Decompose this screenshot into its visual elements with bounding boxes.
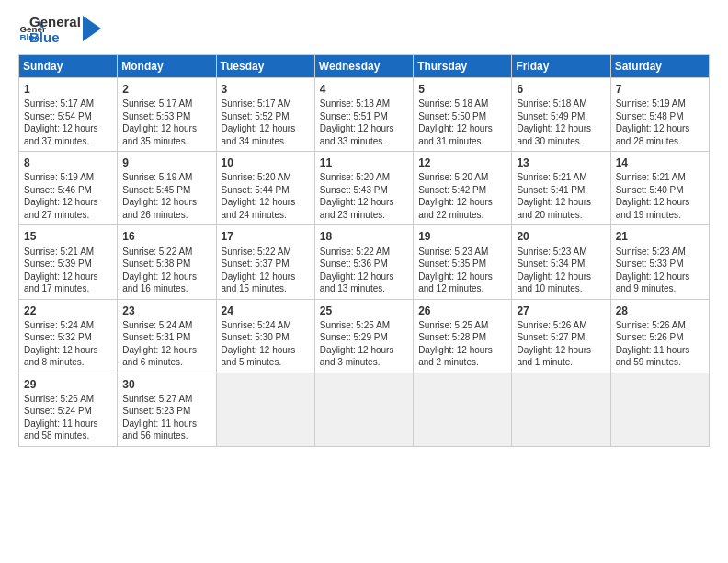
calendar-cell: 13Sunrise: 5:21 AMSunset: 5:41 PMDayligh… [512,152,610,225]
calendar-cell: 1Sunrise: 5:17 AMSunset: 5:54 PMDaylight… [19,78,118,152]
calendar-dow-thursday: Thursday [414,55,512,78]
logo: General Blue General Blue [18,15,101,45]
calendar-cell: 7Sunrise: 5:19 AMSunset: 5:48 PMDaylight… [610,78,709,152]
sunrise-text: Sunrise: 5:22 AM [320,247,390,257]
sunrise-text: Sunrise: 5:18 AM [517,98,586,109]
calendar-cell: 6Sunrise: 5:18 AMSunset: 5:49 PMDaylight… [512,78,610,152]
daylight-text: Daylight: 12 hours and 26 minutes. [122,197,197,220]
day-number: 16 [122,229,211,244]
daylight-text: Daylight: 12 hours and 19 minutes. [616,197,690,220]
calendar-cell: 10Sunrise: 5:20 AMSunset: 5:44 PMDayligh… [216,152,314,225]
calendar-dow-wednesday: Wednesday [314,55,413,78]
daylight-text: Daylight: 12 hours and 35 minutes. [122,123,197,146]
day-number: 15 [24,229,113,244]
sunset-text: Sunset: 5:46 PM [24,185,92,195]
day-number: 19 [418,229,507,244]
sunrise-text: Sunrise: 5:22 AM [222,247,291,257]
calendar-cell: 27Sunrise: 5:26 AMSunset: 5:27 PMDayligh… [512,299,610,373]
daylight-text: Daylight: 12 hours and 5 minutes. [222,345,296,368]
daylight-text: Daylight: 12 hours and 30 minutes. [517,123,591,146]
calendar-cell [414,373,512,446]
daylight-text: Daylight: 12 hours and 3 minutes. [320,345,394,368]
calendar-cell: 24Sunrise: 5:24 AMSunset: 5:30 PMDayligh… [216,299,314,373]
calendar-cell: 30Sunrise: 5:27 AMSunset: 5:23 PMDayligh… [118,373,216,446]
sunset-text: Sunset: 5:31 PM [122,332,190,342]
calendar-cell: 28Sunrise: 5:26 AMSunset: 5:26 PMDayligh… [610,299,709,373]
sunset-text: Sunset: 5:26 PM [616,332,684,342]
calendar-week-5: 29Sunrise: 5:26 AMSunset: 5:24 PMDayligh… [19,373,710,446]
sunset-text: Sunset: 5:23 PM [122,406,190,416]
day-number: 20 [517,229,606,244]
header-row: General Blue General Blue [18,15,710,45]
sunrise-text: Sunrise: 5:17 AM [24,98,94,109]
sunrise-text: Sunrise: 5:21 AM [24,247,94,257]
sunset-text: Sunset: 5:45 PM [122,185,190,195]
daylight-text: Daylight: 12 hours and 10 minutes. [517,271,591,294]
sunrise-text: Sunrise: 5:18 AM [418,98,488,109]
day-number: 21 [616,229,705,244]
calendar-cell: 17Sunrise: 5:22 AMSunset: 5:37 PMDayligh… [216,225,314,299]
daylight-text: Daylight: 12 hours and 8 minutes. [24,345,98,368]
calendar-cell: 23Sunrise: 5:24 AMSunset: 5:31 PMDayligh… [118,299,216,373]
calendar-cell: 3Sunrise: 5:17 AMSunset: 5:52 PMDaylight… [216,78,314,152]
day-number: 4 [320,82,409,97]
page-container: General Blue General Blue SundayMondayTu… [0,0,728,456]
sunrise-text: Sunrise: 5:24 AM [222,320,291,330]
day-number: 30 [122,377,211,392]
calendar-cell: 11Sunrise: 5:20 AMSunset: 5:43 PMDayligh… [314,152,413,225]
sunrise-text: Sunrise: 5:19 AM [616,98,686,109]
calendar-dow-saturday: Saturday [610,55,709,78]
calendar-table: SundayMondayTuesdayWednesdayThursdayFrid… [18,54,710,447]
calendar-cell: 20Sunrise: 5:23 AMSunset: 5:34 PMDayligh… [512,225,610,299]
daylight-text: Daylight: 12 hours and 9 minutes. [616,271,690,294]
sunrise-text: Sunrise: 5:19 AM [24,172,94,182]
daylight-text: Daylight: 12 hours and 22 minutes. [418,197,493,220]
day-number: 26 [418,304,507,318]
day-number: 1 [24,82,113,97]
daylight-text: Daylight: 11 hours and 59 minutes. [616,345,690,368]
day-number: 22 [24,304,113,318]
calendar-cell: 15Sunrise: 5:21 AMSunset: 5:39 PMDayligh… [19,225,118,299]
sunrise-text: Sunrise: 5:22 AM [122,247,192,257]
calendar-cell: 18Sunrise: 5:22 AMSunset: 5:36 PMDayligh… [314,225,413,299]
sunset-text: Sunset: 5:42 PM [418,185,486,195]
sunrise-text: Sunrise: 5:23 AM [517,247,586,257]
sunrise-text: Sunrise: 5:17 AM [122,98,192,109]
sunset-text: Sunset: 5:29 PM [320,332,388,342]
daylight-text: Daylight: 12 hours and 12 minutes. [418,271,493,294]
sunrise-text: Sunrise: 5:20 AM [320,172,390,182]
calendar-cell: 29Sunrise: 5:26 AMSunset: 5:24 PMDayligh… [19,373,118,446]
calendar-week-3: 15Sunrise: 5:21 AMSunset: 5:39 PMDayligh… [19,225,710,299]
daylight-text: Daylight: 12 hours and 31 minutes. [418,123,493,146]
day-number: 24 [222,304,311,318]
sunrise-text: Sunrise: 5:26 AM [517,320,586,330]
calendar-week-4: 22Sunrise: 5:24 AMSunset: 5:32 PMDayligh… [19,299,710,373]
day-number: 8 [24,155,113,170]
daylight-text: Daylight: 11 hours and 58 minutes. [24,419,98,442]
calendar-cell: 8Sunrise: 5:19 AMSunset: 5:46 PMDaylight… [19,152,118,225]
day-number: 10 [222,155,311,170]
sunset-text: Sunset: 5:36 PM [320,259,388,269]
daylight-text: Daylight: 12 hours and 28 minutes. [616,123,690,146]
daylight-text: Daylight: 12 hours and 13 minutes. [320,271,394,294]
daylight-text: Daylight: 12 hours and 2 minutes. [418,345,493,368]
sunrise-text: Sunrise: 5:17 AM [222,98,291,109]
sunset-text: Sunset: 5:48 PM [616,111,684,121]
daylight-text: Daylight: 12 hours and 6 minutes. [122,345,197,368]
calendar-cell: 12Sunrise: 5:20 AMSunset: 5:42 PMDayligh… [414,152,512,225]
sunset-text: Sunset: 5:35 PM [418,259,486,269]
daylight-text: Daylight: 12 hours and 20 minutes. [517,197,591,220]
sunrise-text: Sunrise: 5:18 AM [320,98,390,109]
day-number: 5 [418,82,507,97]
calendar-dow-monday: Monday [118,55,216,78]
day-number: 27 [517,304,606,318]
sunset-text: Sunset: 5:37 PM [222,259,290,269]
sunset-text: Sunset: 5:41 PM [517,185,585,195]
day-number: 13 [517,155,606,170]
sunrise-text: Sunrise: 5:25 AM [320,320,390,330]
sunset-text: Sunset: 5:54 PM [24,111,92,121]
sunrise-text: Sunrise: 5:23 AM [418,247,488,257]
calendar-cell: 19Sunrise: 5:23 AMSunset: 5:35 PMDayligh… [414,225,512,299]
calendar-week-2: 8Sunrise: 5:19 AMSunset: 5:46 PMDaylight… [19,152,710,225]
sunrise-text: Sunrise: 5:24 AM [122,320,192,330]
